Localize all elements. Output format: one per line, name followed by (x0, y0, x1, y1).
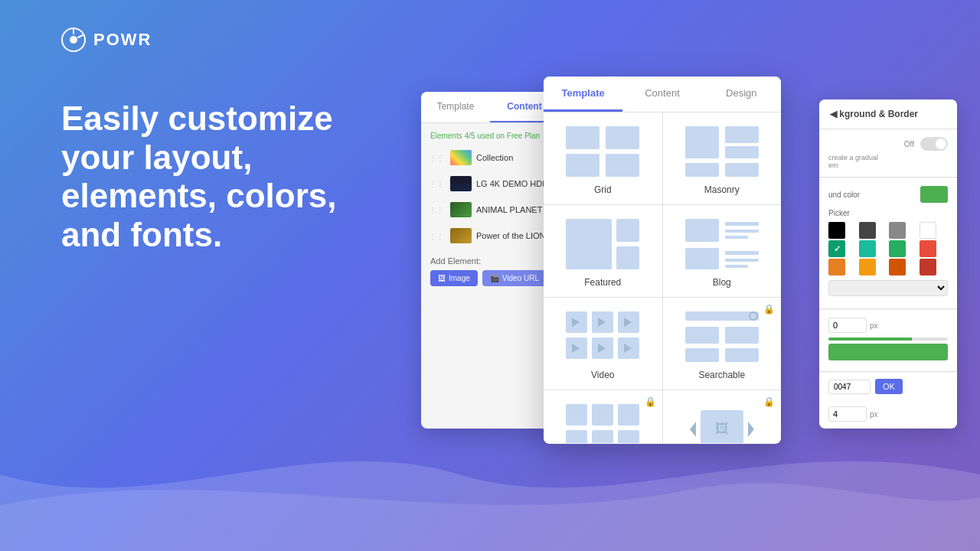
svg-rect-14 (616, 219, 639, 242)
svg-rect-46 (592, 430, 613, 443)
svg-rect-42 (566, 404, 587, 425)
headline-area: Easily customize your layout, elements, … (61, 99, 336, 254)
list-item[interactable]: ⋮⋮ Collection (421, 145, 559, 171)
color-cell-darkgray[interactable] (859, 222, 876, 239)
color-cell-lightgreen[interactable] (889, 240, 906, 257)
lock-icon-searchable: 🔒 (763, 304, 775, 315)
add-video-button[interactable]: 🎬 Video URL (482, 270, 547, 286)
color-cell-darkorange[interactable] (889, 259, 906, 276)
featured-preview (564, 217, 641, 271)
tab-design[interactable]: Design (702, 77, 781, 112)
template-item-featured[interactable]: Featured (544, 205, 662, 297)
px-input[interactable] (828, 406, 867, 422)
picker-label: Picker (828, 209, 948, 217)
list-item[interactable]: ⋮⋮ LG 4K DEMO HDR (421, 171, 559, 197)
color-cell-black[interactable] (828, 222, 845, 239)
slider-bar[interactable] (828, 337, 948, 341)
blog-svg (684, 217, 760, 271)
color-dropdown[interactable] (828, 280, 948, 296)
border-input[interactable] (828, 318, 867, 333)
color-cell-teal[interactable] (859, 240, 876, 257)
element-thumb-collection (450, 150, 472, 165)
svg-rect-45 (566, 430, 587, 443)
template-panel: Template Content Design Grid (544, 77, 781, 444)
color-picker-grid (828, 222, 948, 276)
svg-rect-20 (685, 248, 719, 269)
brand-name: POWR (93, 30, 152, 50)
svg-rect-15 (616, 246, 639, 269)
logo-area: POWR (61, 28, 152, 52)
svg-rect-41 (725, 348, 759, 362)
add-image-button[interactable]: 🖼 Image (430, 270, 478, 286)
blog-preview (684, 217, 760, 271)
carousel-svg: 🖼 (684, 403, 760, 443)
border-unit: px (870, 321, 878, 330)
tab-content[interactable]: Content (622, 77, 701, 112)
svg-rect-38 (685, 327, 719, 344)
tab-template-content[interactable]: Template (421, 92, 490, 122)
image-icon: 🖼 (438, 274, 446, 282)
color-label-row: und color (828, 186, 948, 203)
design-panel-header: ◀ kground & Border (819, 99, 957, 129)
template-item-grid[interactable]: Grid (544, 112, 662, 204)
color-cell-orange[interactable] (828, 259, 845, 276)
color-cell-darkred[interactable] (920, 259, 936, 276)
toggle-off-label: Off (904, 140, 914, 148)
svg-rect-16 (685, 219, 719, 242)
color-label: und color (828, 191, 860, 199)
template-item-carousel[interactable]: 🔒 🖼 Carousel (663, 390, 782, 443)
grid-label: Grid (594, 184, 612, 195)
svg-rect-40 (685, 348, 719, 362)
gradient-toggle[interactable] (920, 137, 948, 151)
elements-header: Elements 4/5 used on Free Plan (421, 123, 559, 145)
design-header-icon: ◀ (830, 109, 839, 119)
lock-icon-carousel: 🔒 (763, 396, 775, 407)
svg-line-3 (78, 35, 83, 37)
element-thumb-animal (450, 202, 472, 217)
ok-button[interactable]: OK (875, 379, 903, 394)
slideshow-svg (564, 403, 641, 443)
color-cell-red[interactable] (920, 240, 936, 257)
svg-rect-21 (725, 251, 759, 255)
masonry-svg (684, 125, 760, 178)
color-cell-white[interactable] (920, 222, 936, 239)
color-cell-green-selected[interactable] (828, 240, 845, 257)
featured-label: Featured (584, 277, 621, 288)
hex-input[interactable] (828, 380, 871, 394)
design-px-row: px (819, 400, 957, 428)
design-ok-row: OK (819, 373, 957, 400)
element-label: ANIMAL PLANET (476, 205, 542, 214)
template-grid: Grid Masonry (544, 112, 781, 443)
color-cell-gray[interactable] (889, 222, 906, 239)
svg-marker-51 (748, 422, 754, 437)
add-image-label: Image (449, 274, 470, 282)
powr-logo-icon (61, 28, 86, 52)
tab-template[interactable]: Template (544, 77, 622, 112)
lock-icon-slideshow: 🔒 (645, 396, 656, 407)
content-panel-tabs: Template Content (421, 92, 559, 123)
template-item-blog[interactable]: Blog (663, 205, 782, 297)
ui-panels-container: Template Content Elements 4/5 used on Fr… (421, 77, 957, 474)
color-cell-yellow[interactable] (859, 259, 876, 276)
svg-marker-48 (690, 422, 696, 437)
list-item[interactable]: ⋮⋮ ANIMAL PLANET (421, 197, 559, 223)
svg-rect-10 (725, 146, 759, 158)
design-color-section: und color Picker (819, 178, 957, 309)
svg-rect-8 (685, 126, 719, 158)
drag-icon: ⋮⋮ (429, 206, 444, 214)
element-thumb-lion (450, 228, 472, 243)
grid-preview (564, 125, 641, 178)
color-swatch-active[interactable] (920, 186, 948, 203)
border-input-row: px (828, 318, 948, 333)
template-item-video[interactable]: Video (544, 298, 662, 390)
svg-rect-47 (618, 430, 639, 443)
template-item-searchable[interactable]: 🔒 Searchable (663, 298, 782, 390)
svg-text:🖼: 🖼 (715, 421, 729, 436)
video-svg (564, 310, 641, 364)
list-item[interactable]: ⋮⋮ Power of the LION (421, 223, 559, 249)
template-item-slideshow[interactable]: 🔒 Slideshow (544, 390, 662, 443)
svg-rect-6 (566, 154, 599, 177)
add-video-label: Video URL (502, 274, 539, 282)
svg-rect-12 (725, 163, 759, 177)
template-item-masonry[interactable]: Masonry (663, 112, 782, 204)
